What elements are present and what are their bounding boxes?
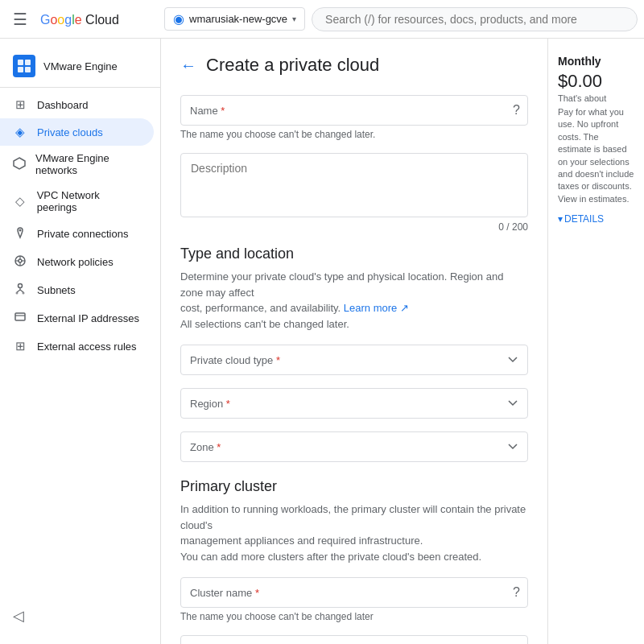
- sidebar-item-vpc-network-peerings[interactable]: ◇ VPC Network peerings: [0, 183, 154, 220]
- cluster-name-hint: The name you choose can't be changed lat…: [180, 611, 528, 622]
- sidebar-collapse-btn[interactable]: ◁: [0, 601, 37, 631]
- app-layout: VMware Engine ⊞ Dashboard ◈ Private clou…: [0, 39, 644, 644]
- svg-point-13: [19, 284, 23, 288]
- sidebar-product-title: VMware Engine: [43, 60, 118, 72]
- node-type-select[interactable]: [180, 635, 528, 644]
- dashboard-icon: ⊞: [13, 97, 27, 112]
- zone-select[interactable]: [180, 431, 528, 462]
- pay-note: Pay for what you use. No upfront costs. …: [558, 106, 634, 205]
- sidebar-item-private-connections[interactable]: Private connections: [0, 220, 154, 248]
- right-panel: Monthly $0.00 That's about Pay for what …: [547, 39, 644, 644]
- sidebar-item-network-policies[interactable]: Network policies: [0, 248, 154, 276]
- name-input[interactable]: [180, 95, 528, 126]
- menu-icon[interactable]: ☰: [6, 3, 34, 35]
- external-ip-icon: [13, 311, 27, 326]
- search-input[interactable]: [312, 7, 638, 31]
- sidebar-item-external-ip-label: External IP addresses: [37, 312, 139, 324]
- svg-text:Google Cloud: Google Cloud: [40, 13, 119, 27]
- collapse-icon: ◁: [13, 608, 24, 624]
- type-location-title: Type and location: [180, 246, 528, 262]
- google-cloud-logo: Google Cloud: [40, 10, 145, 28]
- type-location-section: Type and location Determine your private…: [180, 246, 528, 462]
- sidebar-item-dashboard[interactable]: ⊞ Dashboard: [0, 91, 154, 118]
- sidebar-item-vmware-networks-label: VMware Engine networks: [35, 152, 141, 176]
- private-cloud-type-row: Private cloud type *: [180, 345, 528, 375]
- topbar: ☰ Google Cloud ◉ wmarusiak-new-gcve ▾: [0, 0, 644, 39]
- sidebar-item-private-clouds[interactable]: ◈ Private clouds: [0, 118, 154, 146]
- name-help-icon[interactable]: ?: [513, 103, 520, 118]
- network-policies-icon: [13, 254, 27, 270]
- price-note: That's about: [558, 93, 634, 103]
- sidebar-item-dashboard-label: Dashboard: [37, 99, 89, 111]
- zone-group: Zone *: [180, 431, 528, 462]
- svg-point-18: [23, 292, 25, 295]
- project-selector[interactable]: ◉ wmarusiak-new-gcve ▾: [164, 7, 305, 31]
- svg-rect-2: [25, 60, 31, 65]
- name-field-group: Name * ? The name you choose can't be ch…: [180, 95, 528, 140]
- svg-rect-3: [18, 67, 23, 72]
- sidebar-item-vmware-engine-networks[interactable]: VMware Engine networks: [0, 146, 154, 183]
- primary-cluster-title: Primary cluster: [180, 478, 528, 495]
- vmware-networks-icon: [13, 157, 26, 172]
- region-row: Region *: [180, 388, 528, 419]
- form-area: ← Create a private cloud Name * ? The na…: [161, 39, 547, 644]
- svg-rect-1: [18, 60, 23, 65]
- type-location-description: Determine your private cloud's type and …: [180, 269, 528, 332]
- sidebar-item-vpc-peerings-label: VPC Network peerings: [37, 189, 141, 213]
- cluster-name-row: Cluster name * ?: [180, 577, 528, 608]
- name-hint: The name you choose can't be changed lat…: [180, 129, 528, 140]
- sidebar-item-network-policies-label: Network policies: [37, 256, 114, 268]
- subnets-icon: [13, 283, 27, 298]
- sidebar-item-private-clouds-label: Private clouds: [37, 126, 103, 138]
- learn-more-link[interactable]: Learn more ↗: [344, 302, 409, 314]
- svg-line-15: [17, 290, 20, 292]
- sidebar-item-external-access-rules[interactable]: ⊞ External access rules: [0, 332, 154, 360]
- private-connections-icon: [13, 226, 27, 242]
- svg-point-17: [16, 292, 19, 295]
- sidebar: VMware Engine ⊞ Dashboard ◈ Private clou…: [0, 39, 161, 644]
- char-count: 0 / 200: [180, 221, 528, 233]
- sidebar-item-subnets[interactable]: Subnets: [0, 276, 154, 304]
- details-label: DETAILS: [564, 213, 604, 225]
- sidebar-product-header: VMware Engine: [0, 45, 160, 88]
- svg-marker-5: [14, 158, 25, 169]
- node-type-group: Node type *: [180, 635, 528, 644]
- back-button[interactable]: ←: [180, 56, 196, 75]
- page-header: ← Create a private cloud: [180, 55, 528, 76]
- svg-rect-4: [25, 67, 31, 72]
- private-clouds-icon: ◈: [13, 125, 27, 139]
- price: $0.00: [558, 71, 634, 92]
- region-group: Region *: [180, 388, 528, 419]
- private-cloud-type-group: Private cloud type *: [180, 345, 528, 375]
- svg-line-16: [20, 290, 23, 292]
- monthly-title: Monthly: [558, 55, 634, 68]
- sidebar-item-private-connections-label: Private connections: [37, 228, 128, 240]
- private-cloud-type-select[interactable]: [180, 345, 528, 375]
- details-chevron-icon: ▾: [558, 213, 563, 225]
- project-chevron-icon: ▾: [292, 14, 296, 23]
- primary-cluster-section: Primary cluster In addition to running w…: [180, 478, 528, 644]
- description-field-group: 0 / 200: [180, 153, 528, 233]
- cluster-name-input[interactable]: [180, 577, 528, 608]
- external-access-icon: ⊞: [13, 339, 27, 353]
- sidebar-item-external-access-label: External access rules: [37, 341, 137, 353]
- primary-cluster-description: In addition to running workloads, the pr…: [180, 502, 528, 564]
- sidebar-item-external-ip-addresses[interactable]: External IP addresses: [0, 304, 154, 332]
- vmware-engine-icon: [13, 55, 35, 77]
- vpc-peerings-icon: ◇: [13, 194, 27, 208]
- sidebar-item-subnets-label: Subnets: [37, 284, 76, 296]
- svg-point-6: [19, 229, 22, 232]
- cluster-name-help-icon[interactable]: ?: [513, 585, 520, 600]
- details-link[interactable]: ▾ DETAILS: [558, 213, 634, 225]
- cluster-name-group: Cluster name * ? The name you choose can…: [180, 577, 528, 622]
- description-textarea[interactable]: [180, 153, 528, 217]
- svg-point-8: [19, 259, 22, 262]
- node-type-row: Node type *: [180, 635, 528, 644]
- zone-row: Zone *: [180, 431, 528, 462]
- project-name: wmarusiak-new-gcve: [189, 13, 287, 25]
- page-title: Create a private cloud: [206, 55, 379, 76]
- name-input-row: Name * ?: [180, 95, 528, 126]
- region-select[interactable]: [180, 388, 528, 419]
- project-icon: ◉: [173, 11, 184, 27]
- google-cloud-svg: Google Cloud: [40, 10, 145, 28]
